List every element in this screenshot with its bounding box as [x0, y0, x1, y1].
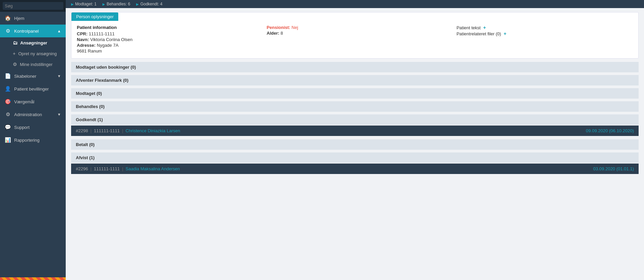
patient-city-row: 9681 Ranum [77, 48, 253, 54]
patientrelateret-plus[interactable]: + [504, 31, 507, 36]
sidebar-item-vaergemaal-label: Værgemål [14, 99, 34, 104]
section-header-afventer-flexdanmark[interactable]: Afventer Flexdanmark (0) [71, 75, 639, 85]
sidebar-item-vaergemaal[interactable]: 🎯 Værgemål [0, 95, 66, 108]
content-area: Person oplysninger Patient information C… [66, 8, 644, 280]
patient-tekst-row: Patient tekst + [457, 25, 633, 30]
city-value: 9681 Ranum [77, 48, 102, 54]
separator-icon: | [90, 128, 91, 133]
navn-value: Viktoria Coriina Olsen [90, 37, 132, 42]
rapportering-icon: 📊 [5, 137, 11, 143]
administration-icon: ⚙ [5, 111, 11, 117]
sidebar-item-hjem-label: Hjem [14, 16, 24, 21]
row-name-link[interactable]: Saadia Maksalina Andersen [126, 166, 180, 171]
sidebar-item-opret-ny[interactable]: + Opret ny ansøgning [0, 48, 66, 59]
navn-label: Navn: [77, 37, 89, 42]
person-info-tab[interactable]: Person oplysninger [71, 12, 118, 21]
section-header-godkendt[interactable]: Godkendt (1) [71, 114, 639, 125]
patient-info-col1: Patient information CPR: 111111-1111 Nav… [77, 25, 253, 54]
opret-ny-icon: + [13, 51, 16, 56]
sidebar-item-hjem[interactable]: 🏠 Hjem [0, 12, 66, 25]
section-betalt: Betalt (0) [71, 139, 639, 150]
row-left: #2298 | 111111-1111 | Christence Diniazk… [76, 128, 180, 133]
patient-tekst-label: Patient tekst [457, 25, 481, 30]
patientrelateret-label: Patientrelateret filer (0) [457, 31, 501, 36]
sidebar-item-kontrolpanel[interactable]: ⚙ Kontrolpanel ▲ [0, 25, 66, 37]
sidebar-nav: 🏠 Hjem ⚙ Kontrolpanel ▲ 🗂 Ansøgninger + … [0, 12, 66, 277]
section-content-godkendt: #2298 | 111111-1111 | Christence Diniazk… [71, 126, 639, 136]
section-behandles: Behandles (0) [71, 101, 639, 112]
adresse-value: Nygade 7A [97, 43, 118, 48]
patient-info-col2: Pensionist: Nej Alder: 8 [267, 25, 443, 54]
section-modtaget-uden-bookinger: Modtaget uden bookinger (0) [71, 62, 639, 72]
status-behandles-label: Behandles: 6 [106, 2, 130, 6]
pensionist-value: Nej [292, 25, 298, 30]
status-godkendt-label: Godkendt: 4 [140, 2, 162, 6]
sidebar-item-mine-indstillinger[interactable]: ⚙ Mine indstillinger [0, 59, 66, 70]
sidebar-item-administration-label: Administration [14, 112, 42, 117]
skabeloner-icon: 📄 [5, 73, 11, 79]
sidebar-item-mine-indstillinger-label: Mine indstillinger [20, 62, 53, 67]
row-number: #2298 [76, 128, 88, 133]
patient-adresse-row: Adresse: Nygade 7A [77, 43, 253, 48]
section-content-afvist: #2296 | 111111-1111 | Saadia Maksalina A… [71, 164, 639, 174]
adresse-label: Adresse: [77, 43, 96, 48]
alder-label: Alder: [267, 31, 279, 36]
administration-arrow: ▼ [57, 112, 61, 116]
sidebar-item-rapportering[interactable]: 📊 Rapportering [0, 134, 66, 146]
alder-value: 8 [281, 31, 283, 36]
row-number: #2296 [76, 166, 88, 171]
table-row[interactable]: #2298 | 111111-1111 | Christence Diniazk… [71, 126, 639, 136]
sidebar-item-support[interactable]: 💬 Support [0, 121, 66, 134]
patient-cpr-row: CPR: 111111-1111 [77, 31, 253, 36]
sidebar-item-ansogninger-label: Ansøgninger [20, 40, 47, 45]
sidebar-item-patient-bevillinger-label: Patient bevillinger [14, 86, 49, 92]
patientrelateret-row: Patientrelateret filer (0) + [457, 31, 633, 36]
row-cpr: 111111-1111 [94, 166, 120, 171]
person-info-body: Patient information CPR: 111111-1111 Nav… [71, 21, 638, 58]
row-dates: 09.09.2020 (06.10.2020) [586, 128, 634, 133]
sidebar-item-administration[interactable]: ⚙ Administration ▼ [0, 108, 66, 121]
search-bar: 🔍 [0, 0, 66, 12]
ansogninger-icon: 🗂 [13, 40, 18, 45]
sidebar-item-ansogninger[interactable]: 🗂 Ansøgninger [0, 37, 66, 48]
status-modtaget: ▶ Modtaget: 1 [71, 2, 96, 6]
section-header-afvist[interactable]: Afvist (1) [71, 152, 639, 163]
section-godkendt: Godkendt (1)#2298 | 111111-1111 | Christ… [71, 114, 639, 136]
sidebar-item-support-label: Support [14, 125, 30, 130]
status-behandles: ▶ Behandles: 6 [102, 2, 130, 6]
section-modtaget: Modtaget (0) [71, 88, 639, 99]
sidebar-item-rapportering-label: Rapportering [14, 138, 39, 143]
table-row[interactable]: #2296 | 111111-1111 | Saadia Maksalina A… [71, 164, 639, 174]
section-header-modtaget-uden-bookinger[interactable]: Modtaget uden bookinger (0) [71, 62, 639, 72]
alder-row: Alder: 8 [267, 31, 443, 36]
patient-tekst-plus[interactable]: + [483, 25, 486, 30]
modtaget-arrow-icon: ▶ [71, 2, 74, 6]
row-name-link[interactable]: Christence Diniazkia Larsen [126, 128, 180, 133]
sidebar-bottom-stripe [0, 277, 66, 280]
mine-indstillinger-icon: ⚙ [13, 62, 17, 67]
sidebar-item-skabeloner-label: Skabeloner [14, 74, 36, 79]
vaergemaal-icon: 🎯 [5, 99, 11, 105]
status-godkendt: ▶ Godkendt: 4 [136, 2, 162, 6]
section-header-behandles[interactable]: Behandles (0) [71, 101, 639, 112]
section-header-betalt[interactable]: Betalt (0) [71, 139, 639, 150]
sidebar-item-skabeloner[interactable]: 📄 Skabeloner ▼ [0, 70, 66, 82]
skabeloner-arrow: ▼ [57, 74, 61, 78]
row-left: #2296 | 111111-1111 | Saadia Maksalina A… [76, 166, 180, 171]
separator-icon: | [122, 128, 123, 133]
main: ▶ Modtaget: 1 ▶ Behandles: 6 ▶ Godkendt:… [66, 0, 644, 280]
sidebar: 🔍 🏠 Hjem ⚙ Kontrolpanel ▲ 🗂 Ansøgninger … [0, 0, 66, 280]
behandles-arrow-icon: ▶ [102, 2, 105, 6]
kontrolpanel-icon: ⚙ [5, 28, 11, 34]
person-info-tab-label: Person oplysninger [76, 14, 114, 19]
section-afventer-flexdanmark: Afventer Flexdanmark (0) [71, 75, 639, 85]
sections-container: Modtaget uden bookinger (0)Afventer Flex… [71, 62, 639, 174]
search-input[interactable] [3, 2, 63, 10]
row-cpr: 111111-1111 [94, 128, 120, 133]
patient-info-title: Patient information [77, 25, 253, 30]
sidebar-item-patient-bevillinger[interactable]: 👤 Patient bevillinger [0, 82, 66, 95]
section-header-modtaget[interactable]: Modtaget (0) [71, 88, 639, 99]
pensionist-label: Pensionist: [267, 25, 290, 30]
kontrolpanel-arrow: ▲ [57, 29, 61, 33]
section-afvist: Afvist (1)#2296 | 111111-1111 | Saadia M… [71, 152, 639, 174]
